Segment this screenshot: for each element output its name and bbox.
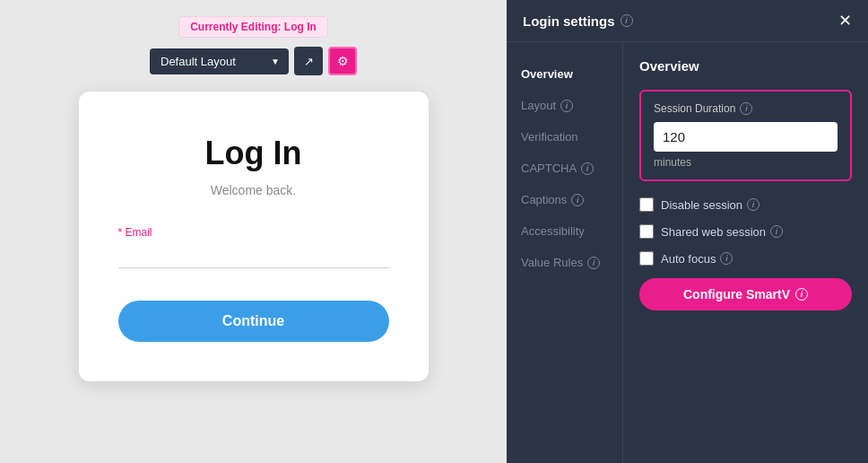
nav-item-value-rules[interactable]: Value Rules i: [507, 247, 622, 278]
gear-icon: ⚙: [337, 54, 349, 68]
continue-button[interactable]: Continue: [118, 301, 389, 342]
value-rules-info-icon[interactable]: i: [587, 257, 600, 269]
captions-info-icon[interactable]: i: [571, 194, 584, 206]
currently-editing-badge: Currently Editing: Log In: [178, 16, 328, 38]
nav-item-overview[interactable]: Overview: [507, 58, 622, 90]
email-input[interactable]: [118, 242, 389, 268]
layout-select[interactable]: Default Layout Mobile Layout Tablet Layo…: [150, 48, 289, 74]
session-duration-text: Session Duration: [654, 102, 735, 115]
configure-smartv-label: Configure SmartV: [683, 287, 790, 301]
session-duration-input[interactable]: [654, 122, 838, 152]
checkbox-disable-session: Disable session i: [639, 197, 852, 212]
disable-session-label: Disable session i: [661, 198, 760, 212]
login-card: Log In Welcome back. * Email Continue: [79, 92, 429, 381]
settings-title-group: Login settings i: [523, 13, 633, 29]
auto-focus-checkbox[interactable]: [639, 251, 654, 266]
checkbox-shared-web-session: Shared web session i: [639, 224, 852, 239]
settings-content: Overview Session Duration i minutes Disa…: [623, 42, 868, 463]
shared-web-session-info-icon[interactable]: i: [770, 225, 783, 238]
disable-session-checkbox[interactable]: [639, 197, 654, 212]
session-duration-label: Session Duration i: [654, 102, 838, 115]
disable-session-info-icon[interactable]: i: [747, 198, 760, 211]
email-label: * Email: [118, 226, 389, 239]
settings-title-info-icon[interactable]: i: [621, 14, 633, 27]
external-link-button[interactable]: ↗: [294, 47, 323, 75]
auto-focus-label: Auto focus i: [661, 252, 733, 266]
login-subtitle: Welcome back.: [118, 183, 389, 197]
settings-body: Overview Layout i Verification CAPTCHA i…: [507, 42, 868, 463]
currently-editing-page: Log In: [284, 21, 317, 33]
shared-web-session-label: Shared web session i: [661, 225, 783, 239]
checkbox-auto-focus: Auto focus i: [639, 251, 852, 266]
shared-web-session-checkbox[interactable]: [639, 224, 654, 239]
close-button[interactable]: ✕: [838, 13, 852, 29]
settings-nav: Overview Layout i Verification CAPTCHA i…: [507, 42, 623, 463]
nav-item-layout[interactable]: Layout i: [507, 90, 622, 121]
nav-item-accessibility[interactable]: Accessibility: [507, 215, 622, 247]
auto-focus-info-icon[interactable]: i: [720, 252, 733, 265]
configure-smartv-info-icon[interactable]: i: [795, 288, 808, 301]
settings-title: Login settings: [523, 13, 615, 29]
settings-header: Login settings i ✕: [507, 0, 868, 42]
session-duration-info-icon[interactable]: i: [740, 102, 752, 115]
toolbar: Default Layout Mobile Layout Tablet Layo…: [150, 47, 357, 75]
layout-info-icon[interactable]: i: [560, 100, 573, 112]
session-duration-unit: minutes: [654, 156, 838, 169]
content-title: Overview: [639, 58, 852, 74]
external-link-icon: ↗: [304, 55, 314, 68]
nav-item-verification[interactable]: Verification: [507, 121, 622, 153]
nav-item-captcha[interactable]: CAPTCHA i: [507, 153, 622, 184]
nav-item-captions[interactable]: Captions i: [507, 184, 622, 215]
login-title: Log In: [118, 135, 389, 172]
session-duration-box: Session Duration i minutes: [639, 90, 852, 181]
settings-panel: Login settings i ✕ Overview Layout i Ver…: [507, 0, 868, 463]
preview-area: Currently Editing: Log In Default Layout…: [0, 0, 507, 463]
layout-select-wrapper: Default Layout Mobile Layout Tablet Layo…: [150, 48, 289, 74]
captcha-info-icon[interactable]: i: [581, 162, 594, 175]
configure-smartv-button[interactable]: Configure SmartV i: [639, 278, 852, 310]
settings-button[interactable]: ⚙: [328, 47, 357, 75]
currently-editing-label: Currently Editing:: [190, 21, 281, 33]
